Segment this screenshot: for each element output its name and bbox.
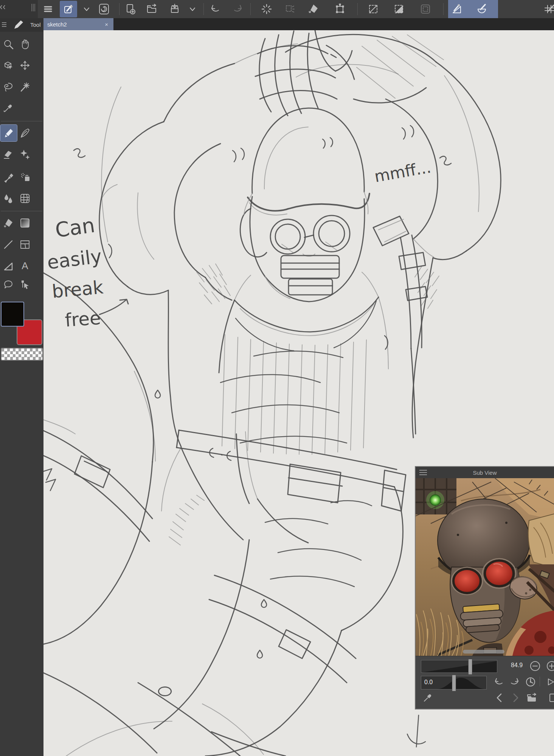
sub-view-title: Sub View — [416, 469, 554, 476]
clear-outside-selection-icon[interactable] — [283, 3, 296, 15]
tool-direct-draw[interactable] — [0, 236, 17, 253]
selection-border-icon[interactable] — [419, 3, 432, 15]
redo-icon[interactable] — [231, 3, 244, 15]
zoom-in-button[interactable] — [546, 660, 554, 672]
sub-view-hscrollbar[interactable] — [463, 650, 504, 654]
tool-palette-title: Tool — [30, 22, 42, 28]
palette-dock-corner — [0, 0, 38, 18]
rotation-slider[interactable]: 0.0 — [421, 676, 487, 689]
zoom-slider-handle[interactable] — [468, 659, 472, 675]
tool-frame-border[interactable] — [17, 236, 33, 253]
clip-studio-logo-icon[interactable] — [98, 3, 110, 15]
tool-airbrush[interactable] — [17, 169, 33, 185]
tool-operation[interactable] — [0, 57, 17, 74]
new-document-icon[interactable] — [124, 3, 137, 15]
workspace-pen-icon[interactable] — [60, 1, 77, 17]
deselect-icon[interactable] — [367, 3, 380, 15]
tool-pen[interactable] — [17, 125, 33, 141]
previous-image-icon[interactable] — [493, 692, 506, 704]
tool-palette-header: Tool — [0, 18, 43, 32]
svg-text:A: A — [22, 260, 28, 271]
separator — [119, 3, 119, 15]
palette-divider — [1, 211, 42, 211]
separator — [357, 3, 358, 15]
sub-view-rotate-row: 0.0 — [416, 675, 554, 689]
clear-icon[interactable] — [260, 3, 273, 15]
tool-decoration[interactable] — [17, 146, 33, 163]
rotate-right-icon[interactable] — [509, 676, 521, 688]
tool-palette: A — [0, 32, 43, 756]
tab-close-icon[interactable]: × — [103, 21, 110, 28]
play-icon[interactable] — [544, 676, 554, 688]
canvas-tab-bar: sketch2 × — [43, 18, 554, 30]
transparent-color-swatch[interactable] — [1, 348, 43, 361]
palette-divider — [1, 121, 42, 121]
reference-image — [416, 478, 554, 656]
rotate-left-icon[interactable] — [493, 676, 505, 688]
invert-selection-icon[interactable] — [393, 3, 405, 15]
annotation-line-1: Can — [54, 213, 96, 242]
fill-icon[interactable] — [307, 3, 320, 15]
save-chevron-down-icon[interactable] — [186, 3, 199, 15]
separator — [443, 3, 444, 15]
rotation-slider-handle[interactable] — [452, 675, 456, 691]
sub-view-menu-icon[interactable] — [419, 468, 427, 477]
snap-group — [448, 0, 498, 18]
tool-brush[interactable] — [0, 169, 17, 185]
annotation-line-3: break — [51, 276, 104, 302]
main-color-swatch[interactable] — [1, 302, 24, 327]
main-menu-icon[interactable] — [42, 3, 54, 15]
tool-eraser[interactable] — [0, 146, 17, 163]
clear-image-icon[interactable] — [547, 692, 554, 704]
tool-move-layer[interactable] — [17, 57, 33, 74]
undo-icon[interactable] — [209, 3, 222, 15]
zoom-value: 84.9 — [511, 662, 523, 669]
snap-to-special-ruler-icon[interactable] — [475, 3, 488, 15]
tool-fill[interactable] — [0, 215, 17, 231]
annotation-mumble: mmff... — [373, 158, 432, 186]
zoom-out-button[interactable] — [529, 660, 541, 672]
sub-view-zoom-row: 84.9 — [416, 659, 554, 673]
subview-eyedropper-icon[interactable] — [422, 692, 434, 704]
open-file-icon[interactable] — [146, 3, 158, 15]
snap-to-ruler-icon[interactable] — [450, 3, 463, 15]
rotation-value: 0.0 — [424, 679, 433, 686]
tool-correct-line[interactable] — [17, 276, 33, 293]
reset-rotation-icon[interactable] — [525, 676, 537, 688]
transform-icon[interactable] — [334, 3, 346, 15]
tool-lasso[interactable] — [0, 79, 17, 95]
sub-view-image[interactable] — [416, 478, 554, 656]
separator — [250, 3, 251, 15]
tool-zoom[interactable] — [0, 36, 17, 53]
tool-eyedropper[interactable] — [0, 100, 17, 116]
chevron-down-icon[interactable] — [80, 3, 93, 15]
tab-label: sketch2 — [47, 21, 103, 28]
zoom-slider[interactable] — [421, 660, 497, 673]
next-image-icon[interactable] — [509, 692, 521, 704]
separator — [540, 677, 540, 686]
tool-blend[interactable] — [0, 190, 17, 207]
annotation-line-4: free — [64, 307, 101, 331]
tool-ruler[interactable] — [0, 257, 17, 274]
tool-hand[interactable] — [17, 36, 33, 53]
annotation-line-2: easily — [46, 245, 103, 274]
command-bar — [38, 0, 554, 18]
sub-view-nav-row — [416, 692, 554, 705]
tool-pencil[interactable] — [0, 125, 17, 141]
tool-balloon[interactable] — [0, 276, 17, 293]
import-image-icon[interactable] — [526, 692, 538, 704]
snap-to-grid-icon[interactable] — [543, 3, 554, 15]
sub-view-panel: Sub View — [415, 466, 554, 710]
clip-studio-window: Tool sketch2 × A — [0, 0, 554, 756]
tool-figure-material[interactable] — [17, 190, 33, 207]
tool-gradient[interactable] — [17, 215, 33, 231]
collapse-dock-icon[interactable] — [0, 0, 38, 18]
tab-sketch2[interactable]: sketch2 × — [43, 18, 113, 30]
separator — [203, 3, 204, 15]
tool-text[interactable]: A — [17, 257, 33, 274]
sub-view-header[interactable]: Sub View — [416, 467, 554, 478]
save-icon[interactable] — [168, 3, 181, 15]
sub-view-controls: 84.9 0.0 — [416, 656, 554, 708]
tool-auto-select[interactable] — [17, 79, 33, 95]
